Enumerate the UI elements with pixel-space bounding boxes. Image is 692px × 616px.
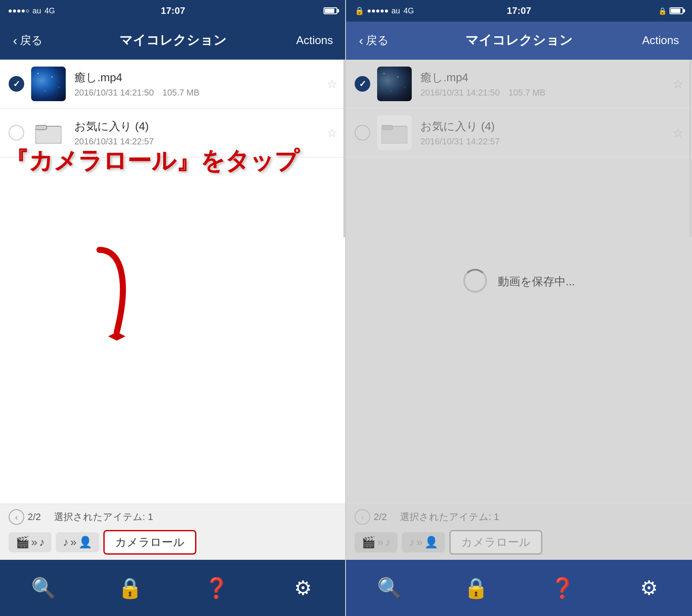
signal-dots-left — [9, 10, 29, 13]
rdot3 — [376, 10, 379, 13]
battery-fill-right — [671, 9, 680, 13]
rdot1 — [368, 10, 371, 13]
tab-help-left[interactable]: ❓ — [173, 560, 260, 616]
status-right-info-right: 🔒 — [658, 7, 683, 15]
settings-icon-left: ⚙ — [294, 576, 312, 600]
actions-button-right[interactable]: Actions — [642, 34, 679, 47]
page-prev-right: ‹ — [355, 509, 370, 525]
thumbnail-folder-left — [31, 115, 66, 150]
btn-group-video-left: 🎬 » ♪ — [9, 532, 51, 552]
audio-icon-left[interactable]: ♪ — [63, 536, 68, 549]
page-prev-left[interactable]: ‹ — [9, 509, 24, 525]
music-icon-left[interactable]: ♪ — [39, 536, 45, 549]
thumbnail-video-left — [31, 67, 66, 101]
star-effect — [31, 67, 66, 101]
file-size-video-left: 105.7 MB — [163, 88, 200, 98]
convert-icon-right: » — [377, 536, 383, 549]
chevron-left-icon: ‹ — [13, 33, 17, 48]
nav-title-left: マイコレクション — [119, 32, 227, 49]
carrier-right: au — [391, 6, 400, 16]
tab-settings-left[interactable]: ⚙ — [260, 560, 346, 616]
rdot2 — [372, 10, 375, 13]
file-name-folder-left: お気に入り (4) — [74, 119, 327, 134]
back-button-right[interactable]: ‹ 戻る — [359, 33, 389, 48]
file-meta-folder-left: 2016/10/31 14:22:57 — [74, 137, 327, 147]
time-left: 17:07 — [161, 5, 185, 16]
camera-roll-button-left[interactable]: カメラロール — [103, 530, 196, 555]
file-info-video-left: 癒し.mp4 2016/10/31 14:21:50 105.7 MB — [74, 70, 327, 98]
video-icon-right: 🎬 — [362, 536, 375, 549]
checkbox-folder-left[interactable] — [9, 125, 24, 140]
selected-info-right: 選択されたアイテム: 1 — [400, 511, 499, 523]
search-icon-left: 🔍 — [31, 576, 56, 600]
battery-left — [324, 7, 337, 14]
nav-bar-left: ‹ 戻る マイコレクション Actions — [0, 22, 346, 60]
star-video-left[interactable]: ☆ — [327, 77, 337, 91]
status-right-info-left — [324, 7, 337, 14]
file-item-folder-left[interactable]: お気に入り (4) 2016/10/31 14:22:57 ☆ — [0, 109, 346, 157]
nav-bar-right: ‹ 戻る マイコレクション Actions — [346, 22, 692, 60]
help-icon-left: ❓ — [204, 576, 229, 600]
thumb-video-bg — [31, 67, 66, 101]
btn-group-video-right: 🎬 » ♪ — [355, 532, 397, 552]
file-item-video-left[interactable]: 癒し.mp4 2016/10/31 14:21:50 105.7 MB ☆ — [0, 60, 346, 109]
tab-search-right[interactable]: 🔍 — [346, 560, 432, 616]
battery-fill-left — [325, 9, 334, 13]
dot3 — [17, 10, 20, 13]
toolbar-buttons-right: 🎬 » ♪ ♪ » 👤 カメラロール — [355, 530, 683, 555]
convert2-icon-left[interactable]: » — [70, 536, 76, 549]
nav-title-right: マイコレクション — [465, 32, 573, 49]
file-date-folder-left: 2016/10/31 14:22:57 — [74, 137, 154, 147]
convert-icon-left[interactable]: » — [31, 536, 37, 549]
actions-button-left[interactable]: Actions — [296, 34, 333, 47]
folder-icon-svg — [35, 122, 61, 144]
bottom-toolbar-left: ‹ 2/2 選択されたアイテム: 1 🎬 » ♪ ♪ » 👤 カメラロール — [0, 504, 346, 560]
file-date-video-left: 2016/10/31 14:21:50 — [74, 88, 154, 98]
lock2-right: 🔒 — [658, 7, 667, 15]
dot1 — [9, 10, 12, 13]
arrow-container — [86, 246, 147, 342]
toolbar-buttons-left: 🎬 » ♪ ♪ » 👤 カメラロール — [9, 530, 337, 555]
toolbar-status-left: ‹ 2/2 選択されたアイテム: 1 — [9, 509, 337, 525]
dot5 — [26, 10, 29, 13]
bottom-toolbar-right: ‹ 2/2 選択されたアイテム: 1 🎬 » ♪ ♪ » 👤 カメラロール — [346, 504, 692, 560]
toolbar-page-right: ‹ 2/2 — [355, 509, 387, 525]
search-icon-right: 🔍 — [377, 576, 402, 600]
video-icon-left[interactable]: 🎬 — [16, 536, 29, 549]
tab-lock-left[interactable]: 🔒 — [86, 560, 173, 616]
file-name-video-left: 癒し.mp4 — [74, 70, 327, 85]
network-right: 4G — [404, 6, 414, 16]
settings-icon-right: ⚙ — [640, 576, 658, 600]
back-label-right: 戻る — [366, 33, 389, 48]
share-icon-left[interactable]: 👤 — [78, 536, 92, 549]
spinner-visual — [463, 269, 487, 293]
left-panel: au 4G 17:07 ‹ 戻る マイコレクション Actions — [0, 0, 346, 616]
help-icon-right: ❓ — [550, 576, 575, 600]
btn-group-audio-left: ♪ » 👤 — [56, 532, 99, 552]
svg-marker-3 — [108, 332, 125, 341]
right-panel: 🔒 au 4G 17:07 🔒 — [346, 0, 692, 616]
star-folder-left[interactable]: ☆ — [327, 126, 337, 140]
panel-divider — [345, 0, 346, 616]
status-left-info-right: 🔒 au 4G — [355, 6, 414, 16]
back-button-left[interactable]: ‹ 戻る — [13, 33, 43, 48]
tab-search-left[interactable]: 🔍 — [0, 560, 86, 616]
audio-icon-right: ♪ — [409, 536, 414, 549]
checkbox-video-left[interactable] — [9, 76, 24, 92]
chevron-right-icon: ‹ — [359, 33, 363, 48]
page-info-right: 2/2 — [374, 511, 387, 523]
battery-right — [670, 7, 683, 14]
file-info-folder-left: お気に入り (4) 2016/10/31 14:22:57 — [74, 119, 327, 147]
tab-help-right[interactable]: ❓ — [519, 560, 606, 616]
dot2 — [13, 10, 16, 13]
tab-lock-right[interactable]: 🔒 — [432, 560, 519, 616]
camera-roll-button-right: カメラロール — [449, 530, 542, 555]
music-icon-right: ♪ — [385, 536, 391, 549]
loading-overlay: 動画を保存中... — [346, 60, 692, 504]
tab-bar-left: 🔍 🔒 ❓ ⚙ — [0, 560, 346, 616]
thumb-folder-bg — [31, 115, 66, 150]
status-bar-right: 🔒 au 4G 17:07 🔒 — [346, 0, 692, 22]
tab-settings-right[interactable]: ⚙ — [606, 560, 692, 616]
network-left: 4G — [45, 6, 55, 16]
carrier-left: au — [32, 6, 41, 16]
